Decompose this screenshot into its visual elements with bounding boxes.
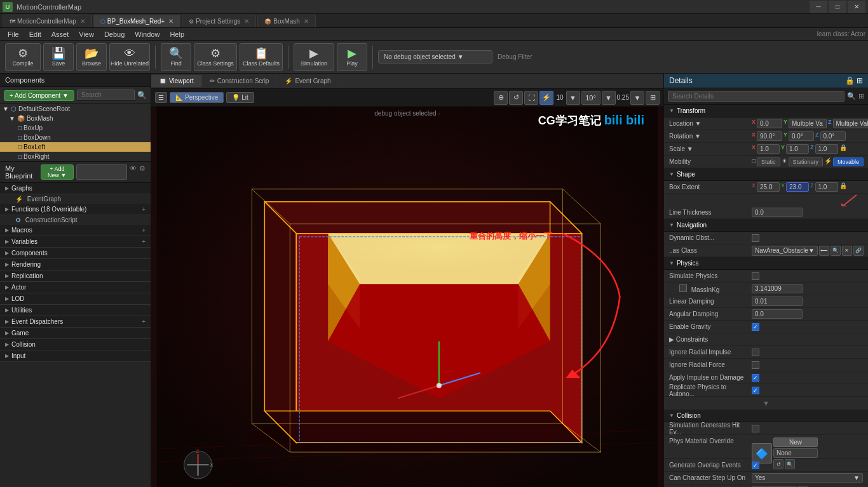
scale-dropdown[interactable]: ▼ — [630, 91, 644, 105]
menu-edit[interactable]: Edit — [24, 29, 46, 39]
force-checkbox[interactable] — [752, 361, 759, 369]
rotation-dropdown-icon[interactable]: ▼ — [695, 133, 701, 140]
vp-icon-btn3[interactable]: ⛶ — [524, 91, 538, 105]
nav-btn2[interactable]: 🔍 — [831, 246, 841, 256]
scale-x-input[interactable] — [757, 144, 780, 154]
simulate-checkbox[interactable] — [752, 272, 759, 280]
tab-close-icon4[interactable]: ✕ — [304, 18, 309, 25]
settings-icon[interactable]: ⚙ — [139, 164, 146, 180]
tab-event-graph[interactable]: ⚡ Event Graph — [277, 75, 339, 87]
tree-item-boxup[interactable]: □ BoxUp — [0, 123, 151, 133]
vp-icon-btn4[interactable]: ⚡ — [539, 91, 553, 105]
class-defaults-button[interactable]: 📋 Class Defaults — [240, 43, 283, 71]
class-settings-button[interactable]: ⚙ Class Settings — [194, 43, 237, 71]
add-component-button[interactable]: + Add Component ▼ — [4, 90, 74, 101]
menu-help[interactable]: Help — [165, 29, 189, 39]
mass-checkbox[interactable] — [679, 284, 687, 292]
filter-icon[interactable]: ⊞ — [858, 92, 864, 100]
tree-item-boxmash[interactable]: ▼ 📦 BoxMash — [0, 114, 151, 123]
eye-icon[interactable]: 👁 — [130, 164, 137, 180]
tree-item-default-scene-root[interactable]: ▼ ⬡ DefaultSceneRoot — [0, 104, 151, 114]
overlap-checkbox[interactable] — [752, 462, 759, 469]
mass-input[interactable] — [752, 284, 803, 293]
location-dropdown-icon[interactable]: ▼ — [695, 120, 702, 127]
tree-item-boxdown[interactable]: □ BoxDown — [0, 133, 151, 142]
tab-close-icon3[interactable]: ✕ — [244, 18, 249, 25]
3d-viewport[interactable]: Z X 重合的高度，缩小一下 CG学习笔记 bili bili debug ob… — [151, 107, 663, 487]
minimize-button[interactable]: ─ — [810, 1, 827, 13]
rendering-section[interactable]: ▶ Rendering — [0, 259, 151, 270]
maximize-button[interactable]: □ — [829, 1, 846, 13]
apply-checkbox[interactable] — [752, 374, 759, 382]
dyn-obs-checkbox[interactable] — [752, 234, 759, 242]
compile-button[interactable]: ⚙ Compile — [5, 43, 41, 71]
tree-item-boxright[interactable]: □ BoxRight — [0, 152, 151, 161]
save-button[interactable]: 💾 Save — [43, 43, 74, 71]
tab-construction-script[interactable]: ✏ Construction Scrip — [202, 75, 278, 87]
tab-project-settings[interactable]: ⚙ Project Settings ✕ — [182, 15, 256, 27]
debug-filter-dropdown[interactable]: No debug object selected ▼ — [378, 50, 492, 63]
movable-button[interactable]: Movable — [833, 157, 864, 166]
menu-view[interactable]: View — [74, 29, 99, 39]
lod-section[interactable]: ▶ LOD — [0, 293, 151, 305]
utilities-section[interactable]: ▶ Utilities — [0, 305, 151, 316]
vp-icon-btn2[interactable]: ↺ — [509, 91, 523, 105]
variables-section[interactable]: ▶ Variables + — [0, 236, 151, 248]
nav-btn3[interactable]: ✕ — [842, 246, 852, 256]
rotation-z-input[interactable] — [820, 131, 846, 141]
menu-window[interactable]: Window — [130, 29, 165, 39]
angular-input[interactable] — [752, 309, 803, 319]
add-dispatcher-icon[interactable]: + — [142, 318, 146, 325]
blueprint-search-input[interactable] — [76, 164, 127, 180]
add-macro-icon[interactable]: + — [142, 227, 146, 234]
physics-section-header[interactable]: ▼ Physics — [664, 257, 868, 270]
lock-box-icon[interactable]: 🔒 — [839, 182, 847, 192]
location-y-input[interactable] — [789, 119, 827, 128]
vp-menu-button[interactable]: ☰ — [155, 92, 167, 103]
menu-debug[interactable]: Debug — [99, 29, 130, 39]
line-thickness-input[interactable] — [752, 208, 803, 217]
close-button[interactable]: ✕ — [848, 1, 865, 13]
game-section[interactable]: ▶ Game — [0, 328, 151, 339]
vp-icon-btn1[interactable]: ⊕ — [494, 91, 508, 105]
actor-section[interactable]: ▶ Actor — [0, 282, 151, 293]
hide-unrelated-button[interactable]: 👁 Hide Unrelated — [109, 43, 150, 71]
lock-icon[interactable]: 🔒 — [845, 76, 855, 85]
none-dropdown[interactable]: None — [773, 448, 818, 458]
area-class-dropdown[interactable]: NavArea_Obstacle ▼ — [752, 246, 818, 256]
vp-icon-btn5[interactable]: ⊞ — [646, 91, 660, 105]
grid-size-button[interactable]: ▼ — [566, 91, 580, 105]
replication-section[interactable]: ▶ Replication — [0, 270, 151, 282]
location-x-input[interactable] — [757, 119, 782, 128]
scale-y-input[interactable] — [786, 144, 809, 154]
tree-item-boxleft[interactable]: □ BoxLeft — [0, 142, 151, 152]
add-function-icon[interactable]: + — [142, 206, 146, 213]
play-button[interactable]: ▶ Play — [337, 43, 367, 71]
replicate-checkbox[interactable] — [752, 387, 759, 394]
tab-close-icon[interactable]: ✕ — [80, 18, 85, 25]
angle-dropdown[interactable]: ▼ — [602, 91, 616, 105]
add-variable-icon[interactable]: + — [142, 238, 146, 245]
details-search-input[interactable] — [668, 91, 844, 102]
tab-viewport[interactable]: 🔲 Viewport — [151, 75, 202, 87]
box-x-input[interactable] — [757, 182, 780, 192]
nav-btn4[interactable]: 🔗 — [853, 246, 864, 256]
box-y-input[interactable] — [786, 182, 809, 192]
transform-section-header[interactable]: ▼ Transform — [664, 105, 868, 117]
collision-section[interactable]: ▶ Collision — [0, 339, 151, 350]
new-material-button[interactable]: New — [773, 437, 818, 447]
navigation-section-header[interactable]: ▼ Navigation — [664, 219, 868, 232]
linear-input[interactable] — [752, 297, 803, 306]
tab-boxmash[interactable]: 📦 BoxMash ✕ — [257, 15, 316, 27]
component-search-input[interactable] — [77, 90, 135, 100]
location-z-input[interactable] — [833, 119, 868, 128]
rotation-x-input[interactable] — [757, 131, 782, 141]
stationary-button[interactable]: Stationary — [789, 157, 824, 166]
step-dropdown[interactable]: Yes ▼ — [752, 473, 863, 483]
lit-button[interactable]: 💡 Lit — [226, 92, 254, 103]
menu-asset[interactable]: Asset — [46, 29, 74, 39]
nav-btn1[interactable]: ⟵ — [819, 246, 829, 256]
add-new-button[interactable]: + Add New ▼ — [41, 164, 74, 180]
construction-script-item[interactable]: ⚙ ConstructionScript — [0, 215, 151, 225]
sim-hit-checkbox[interactable] — [752, 425, 759, 432]
